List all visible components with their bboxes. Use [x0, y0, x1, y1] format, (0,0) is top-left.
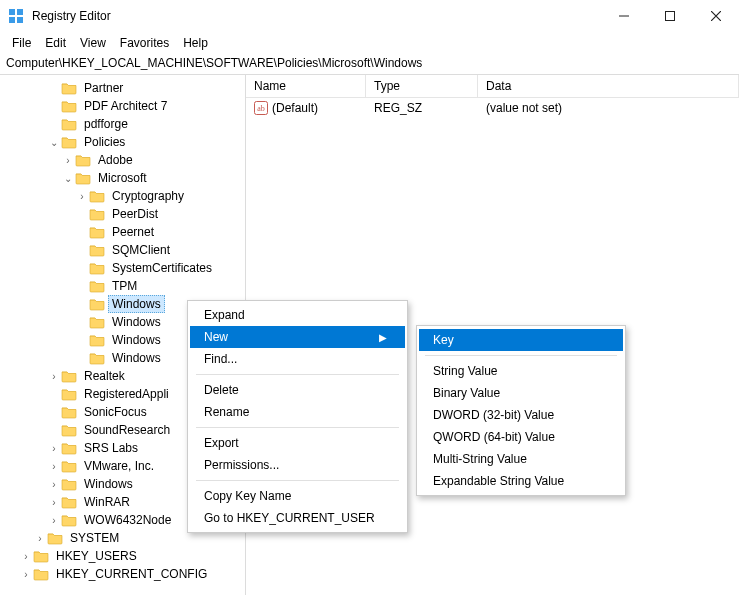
- menu-file[interactable]: File: [6, 34, 37, 52]
- folder-icon: [89, 261, 105, 275]
- chevron-right-icon[interactable]: ›: [62, 155, 74, 166]
- tree-node[interactable]: ›HKEY_CURRENT_CONFIG: [0, 565, 245, 583]
- ctx-rename[interactable]: Rename: [190, 401, 405, 423]
- tree-node-label: Policies: [80, 133, 129, 151]
- tree-node-label: RegisteredAppli: [80, 385, 173, 403]
- tree-node-label: Realtek: [80, 367, 129, 385]
- tree-node[interactable]: ›HKEY_USERS: [0, 547, 245, 565]
- folder-icon: [61, 477, 77, 491]
- tree-node-label: Microsoft: [94, 169, 151, 187]
- chevron-right-icon[interactable]: ›: [48, 497, 60, 508]
- folder-icon: [61, 513, 77, 527]
- value-data: (value not set): [478, 98, 739, 118]
- chevron-down-icon[interactable]: ⌄: [48, 137, 60, 148]
- title-bar: Registry Editor: [0, 0, 739, 32]
- address-bar[interactable]: Computer\HKEY_LOCAL_MACHINE\SOFTWARE\Pol…: [0, 54, 739, 75]
- tree-node[interactable]: Partner: [0, 79, 245, 97]
- tree-node-label: Partner: [80, 79, 127, 97]
- folder-icon: [61, 99, 77, 113]
- folder-icon: [61, 495, 77, 509]
- tree-node[interactable]: ›Cryptography: [0, 187, 245, 205]
- folder-icon: [75, 153, 91, 167]
- string-value-icon: [254, 101, 268, 115]
- chevron-right-icon[interactable]: ›: [48, 443, 60, 454]
- tree-node[interactable]: PeerDist: [0, 205, 245, 223]
- tree-node-label: HKEY_CURRENT_CONFIG: [52, 565, 211, 583]
- tree-node[interactable]: pdfforge: [0, 115, 245, 133]
- tree-node-label: HKEY_USERS: [52, 547, 141, 565]
- tree-node-label: Windows: [80, 475, 137, 493]
- ctx-delete[interactable]: Delete: [190, 379, 405, 401]
- ctx-new-dword[interactable]: DWORD (32-bit) Value: [419, 404, 623, 426]
- maximize-button[interactable]: [647, 0, 693, 32]
- close-button[interactable]: [693, 0, 739, 32]
- ctx-new-expandsz[interactable]: Expandable String Value: [419, 470, 623, 492]
- chevron-right-icon[interactable]: ›: [20, 551, 32, 562]
- list-header: Name Type Data: [246, 75, 739, 98]
- tree-node-label: WOW6432Node: [80, 511, 175, 529]
- chevron-right-icon[interactable]: ›: [76, 191, 88, 202]
- ctx-goto-hkcu[interactable]: Go to HKEY_CURRENT_USER: [190, 507, 405, 529]
- window-title: Registry Editor: [32, 9, 111, 23]
- folder-icon: [47, 531, 63, 545]
- col-header-type[interactable]: Type: [366, 75, 478, 97]
- chevron-right-icon[interactable]: ›: [34, 533, 46, 544]
- chevron-right-icon[interactable]: ›: [48, 461, 60, 472]
- folder-icon: [75, 171, 91, 185]
- ctx-new-key[interactable]: Key: [419, 329, 623, 351]
- col-header-name[interactable]: Name: [246, 75, 366, 97]
- context-submenu-new: Key String Value Binary Value DWORD (32-…: [416, 325, 626, 496]
- menu-edit[interactable]: Edit: [39, 34, 72, 52]
- tree-node-label: TPM: [108, 277, 141, 295]
- chevron-right-icon[interactable]: ›: [20, 569, 32, 580]
- ctx-separator: [425, 355, 617, 356]
- tree-node-label: PeerDist: [108, 205, 162, 223]
- ctx-new-qword[interactable]: QWORD (64-bit) Value: [419, 426, 623, 448]
- ctx-separator: [196, 427, 399, 428]
- value-name: (Default): [272, 101, 318, 115]
- menu-help[interactable]: Help: [177, 34, 214, 52]
- menu-view[interactable]: View: [74, 34, 112, 52]
- minimize-button[interactable]: [601, 0, 647, 32]
- tree-node[interactable]: SystemCertificates: [0, 259, 245, 277]
- tree-node[interactable]: TPM: [0, 277, 245, 295]
- ctx-new-multisz[interactable]: Multi-String Value: [419, 448, 623, 470]
- ctx-export[interactable]: Export: [190, 432, 405, 454]
- ctx-new[interactable]: New ▶: [190, 326, 405, 348]
- ctx-expand[interactable]: Expand: [190, 304, 405, 326]
- tree-node-label: Cryptography: [108, 187, 188, 205]
- ctx-new-binary[interactable]: Binary Value: [419, 382, 623, 404]
- ctx-separator: [196, 480, 399, 481]
- tree-node-label: Windows: [108, 313, 165, 331]
- tree-node[interactable]: ⌄Policies: [0, 133, 245, 151]
- chevron-right-icon[interactable]: ›: [48, 479, 60, 490]
- ctx-new-string[interactable]: String Value: [419, 360, 623, 382]
- folder-icon: [89, 297, 105, 311]
- menu-favorites[interactable]: Favorites: [114, 34, 175, 52]
- svg-rect-6: [666, 12, 675, 21]
- ctx-find[interactable]: Find...: [190, 348, 405, 370]
- tree-node-label: WinRAR: [80, 493, 134, 511]
- chevron-right-icon[interactable]: ›: [48, 515, 60, 526]
- tree-node-label: SoundResearch: [80, 421, 174, 439]
- col-header-data[interactable]: Data: [478, 75, 739, 97]
- folder-icon: [89, 207, 105, 221]
- ctx-copy-key-name[interactable]: Copy Key Name: [190, 485, 405, 507]
- chevron-right-icon[interactable]: ›: [48, 371, 60, 382]
- value-row[interactable]: (Default) REG_SZ (value not set): [246, 98, 739, 118]
- chevron-down-icon[interactable]: ⌄: [62, 173, 74, 184]
- tree-node[interactable]: ⌄Microsoft: [0, 169, 245, 187]
- ctx-permissions[interactable]: Permissions...: [190, 454, 405, 476]
- folder-icon: [89, 351, 105, 365]
- tree-node[interactable]: Peernet: [0, 223, 245, 241]
- folder-icon: [89, 189, 105, 203]
- tree-node[interactable]: SQMClient: [0, 241, 245, 259]
- tree-node-label: VMware, Inc.: [80, 457, 158, 475]
- folder-icon: [89, 333, 105, 347]
- context-menu: Expand New ▶ Find... Delete Rename Expor…: [187, 300, 408, 533]
- tree-node[interactable]: PDF Architect 7: [0, 97, 245, 115]
- folder-icon: [61, 423, 77, 437]
- tree-node[interactable]: ›Adobe: [0, 151, 245, 169]
- folder-icon: [61, 369, 77, 383]
- folder-icon: [89, 315, 105, 329]
